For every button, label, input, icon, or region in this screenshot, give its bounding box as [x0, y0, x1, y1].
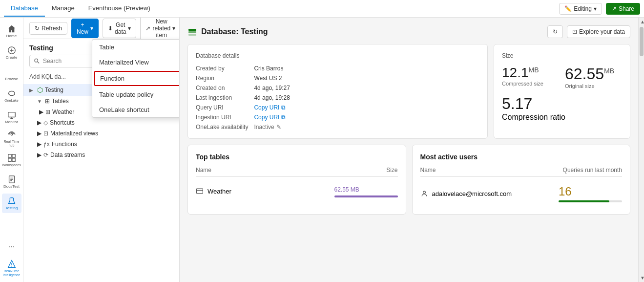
- ratio-label: Compression ratio: [502, 113, 622, 122]
- dropdown-materialized-view[interactable]: Materialized View: [92, 55, 180, 70]
- editing-button[interactable]: ✏️ Editing ▾: [559, 3, 602, 15]
- detail-grid: Created by Cris Barros Region West US 2 …: [196, 65, 479, 130]
- details-title: Database details: [196, 52, 479, 59]
- refresh-db-button[interactable]: ↻: [547, 25, 563, 38]
- sidebar-item-rti[interactable]: Real-Time Intelligence: [2, 259, 21, 278]
- copy-icon: ⧉: [281, 104, 286, 111]
- svg-rect-13: [188, 34, 196, 36]
- scroll-down-arrow[interactable]: ▼: [639, 274, 644, 282]
- compressed-size-block: 12.1MB Compressed size: [502, 65, 559, 89]
- get-data-button[interactable]: ⬇ Get data ▾: [103, 19, 136, 38]
- last-ingestion-value: 4d ago, 19:28: [254, 94, 479, 101]
- weather-row-name: Weather: [196, 187, 231, 195]
- chevron-down-icon: ▾: [90, 25, 93, 32]
- top-tables-title: Top tables: [196, 153, 398, 161]
- dropdown-onelake-shortcut[interactable]: OneLake shortcut: [92, 102, 180, 117]
- name-col-header: Name: [196, 167, 211, 174]
- bottom-cards-row: Top tables Name Size Weather 62.55 MB: [187, 145, 630, 215]
- original-label: Original size: [565, 83, 622, 89]
- created-on-value: 4d ago, 19:27: [254, 85, 479, 91]
- new-button[interactable]: + New ▾: [71, 19, 99, 38]
- functions-icon: ƒx: [43, 141, 50, 148]
- sidebar-item-onelake[interactable]: OneLake: [2, 86, 21, 106]
- active-users-header: Name Queries run last month: [420, 167, 623, 177]
- svg-rect-7: [12, 158, 15, 161]
- created-by-label: Created by: [196, 65, 248, 72]
- database-icon: ⬡: [37, 86, 43, 94]
- related-icon: ↗: [145, 25, 150, 32]
- dropdown-table-update-policy[interactable]: Table update policy: [92, 87, 180, 102]
- created-on-label: Created on: [196, 85, 248, 91]
- scroll-up-arrow[interactable]: ▲: [639, 18, 644, 26]
- tree-materialized-views-item[interactable]: ▶ ⊡ Materialized views: [23, 128, 179, 139]
- ingestion-uri-value[interactable]: Copy URI ⧉: [254, 114, 479, 121]
- user-queries-bar: 16: [559, 185, 622, 202]
- chevron-down-icon: ▾: [594, 5, 597, 12]
- explore-icon: ⊡: [572, 28, 577, 35]
- dropdown-function[interactable]: Function: [94, 71, 180, 86]
- onelake-label: OneLake availability: [196, 124, 248, 130]
- query-uri-value[interactable]: Copy URI ⧉: [254, 104, 479, 111]
- new-related-button[interactable]: ↗ New related item ▾: [140, 18, 180, 42]
- svg-rect-14: [197, 189, 203, 194]
- top-bar: Database Manage Eventhouse (Preview) ✏️ …: [0, 0, 644, 18]
- table-icon: ⊞: [45, 108, 50, 115]
- right-scrollbar[interactable]: ▲ ▼: [638, 18, 644, 282]
- sidebar-item-home[interactable]: Home: [2, 22, 21, 41]
- compressed-label: Compressed size: [502, 81, 559, 87]
- sidebar-item-docstest[interactable]: DocsTest: [2, 172, 21, 192]
- dropdown-table[interactable]: Table: [92, 40, 180, 55]
- content-area: ↻ Refresh + New ▾ ⬇ Get data ▾ ↗ New rel…: [23, 18, 644, 282]
- sidebar-item-testing[interactable]: Testing: [2, 194, 21, 213]
- user-icon: [420, 190, 428, 197]
- db-header: Database: Testing ↻ ⊡ Explore your data: [187, 25, 630, 38]
- region-value: West US 2: [254, 75, 479, 82]
- size-title: Size: [502, 52, 622, 59]
- region-label: Region: [196, 75, 248, 82]
- svg-point-15: [423, 191, 425, 194]
- size-col-header: Size: [386, 167, 397, 174]
- svg-point-10: [35, 59, 38, 62]
- svg-rect-4: [8, 154, 11, 157]
- sidebar-item-create[interactable]: Create: [2, 43, 21, 63]
- share-button[interactable]: ↗ Share: [606, 3, 640, 15]
- share-icon: ↗: [612, 5, 617, 12]
- last-ingestion-label: Last ingestion: [196, 94, 248, 101]
- chevron-down-icon: ▾: [128, 25, 131, 32]
- tree-functions-item[interactable]: ▶ ƒx Functions: [23, 139, 179, 150]
- refresh-button[interactable]: ↻ Refresh: [29, 22, 67, 35]
- tab-database[interactable]: Database: [4, 0, 45, 17]
- name-col-header: Name: [420, 167, 436, 174]
- edit-icon[interactable]: ✎: [276, 124, 281, 130]
- search-icon: [34, 58, 40, 65]
- tree-data-streams-item[interactable]: ▶ ⟳ Data streams: [23, 150, 179, 160]
- query-uri-label: Query URI: [196, 104, 248, 111]
- edit-icon: ✏️: [564, 5, 572, 12]
- svg-rect-6: [8, 158, 11, 161]
- created-by-value: Cris Barros: [254, 65, 479, 72]
- ratio-block: 5.17 Compression ratio: [502, 95, 622, 122]
- right-panel: Database: Testing ↻ ⊡ Explore your data …: [180, 18, 638, 282]
- svg-rect-2: [8, 112, 15, 117]
- queries-col-header: Queries run last month: [563, 167, 622, 174]
- sidebar-item-realtime[interactable]: Real-Time hub: [2, 129, 21, 149]
- left-toolbar: ↻ Refresh + New ▾ ⬇ Get data ▾ ↗ New rel…: [23, 18, 179, 39]
- sidebar-item-monitor[interactable]: Monitor: [2, 108, 21, 127]
- dropdown-menu: Table Materialized View Function Table u…: [92, 39, 180, 118]
- cards-row: Database details Created by Cris Barros …: [187, 44, 630, 139]
- explore-data-button[interactable]: ⊡ Explore your data: [567, 25, 630, 38]
- sidebar-item-workspaces[interactable]: Workspaces: [2, 151, 21, 170]
- tab-manage[interactable]: Manage: [45, 0, 82, 17]
- sidebar-item-browse[interactable]: Browse: [2, 65, 21, 84]
- size-card: Size 12.1MB Compressed size 62.55MB: [494, 44, 630, 139]
- sidebar-item-more[interactable]: ···: [2, 237, 21, 257]
- icon-sidebar: Home Create Browse OneLake Monitor Real-…: [0, 18, 23, 282]
- scrollbar-thumb[interactable]: [640, 27, 644, 56]
- tab-bar: Database Manage Eventhouse (Preview): [4, 0, 157, 17]
- tree-shortcuts-item[interactable]: ▶ ◇ Shortcuts: [23, 117, 179, 128]
- original-size-block: 62.55MB Original size: [565, 65, 622, 89]
- tab-eventhouse[interactable]: Eventhouse (Preview): [82, 0, 157, 17]
- table-row: Weather 62.55 MB: [196, 181, 398, 201]
- user-row: adalovelace@microsoft.com 16: [420, 181, 623, 206]
- active-users-title: Most active users: [420, 153, 623, 161]
